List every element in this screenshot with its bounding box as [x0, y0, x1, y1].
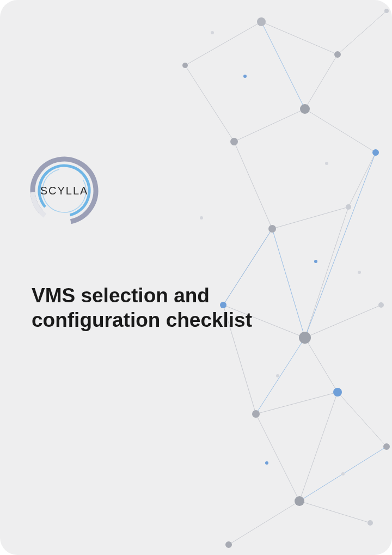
svg-point-45 — [225, 541, 232, 548]
svg-point-44 — [367, 520, 373, 526]
svg-point-54 — [265, 461, 268, 465]
svg-point-42 — [383, 443, 390, 450]
svg-line-4 — [234, 109, 305, 142]
svg-point-34 — [372, 149, 379, 156]
svg-line-18 — [256, 414, 299, 501]
svg-line-16 — [305, 338, 338, 392]
brand-name: SCYLLA — [40, 185, 89, 197]
svg-line-25 — [256, 338, 305, 414]
svg-line-6 — [305, 109, 376, 153]
svg-point-33 — [300, 104, 310, 114]
svg-point-46 — [211, 31, 214, 34]
brand-logo: SCYLLA — [26, 153, 102, 229]
svg-line-15 — [256, 392, 338, 414]
svg-line-19 — [299, 501, 370, 523]
svg-line-3 — [185, 65, 234, 142]
svg-point-53 — [314, 260, 317, 263]
svg-line-5 — [305, 54, 338, 109]
svg-line-2 — [338, 11, 387, 54]
svg-point-35 — [268, 225, 276, 233]
svg-point-36 — [346, 204, 351, 210]
svg-point-51 — [200, 216, 203, 219]
svg-point-28 — [182, 63, 188, 68]
svg-line-0 — [185, 22, 261, 65]
svg-point-30 — [334, 51, 341, 58]
svg-point-38 — [299, 332, 311, 344]
svg-point-52 — [243, 75, 247, 78]
svg-point-47 — [325, 162, 328, 165]
svg-point-39 — [378, 302, 384, 308]
svg-point-29 — [257, 17, 266, 26]
svg-point-40 — [252, 410, 260, 418]
svg-point-49 — [276, 374, 279, 377]
document-title: VMS selection and configuration checklis… — [32, 283, 282, 332]
svg-line-21 — [299, 392, 338, 501]
svg-line-1 — [261, 22, 338, 54]
svg-point-32 — [230, 138, 238, 145]
svg-point-41 — [333, 388, 342, 397]
svg-line-7 — [234, 142, 272, 229]
svg-point-48 — [358, 271, 361, 274]
svg-point-31 — [384, 9, 389, 13]
svg-line-9 — [348, 153, 376, 207]
svg-point-43 — [295, 496, 304, 506]
svg-point-50 — [341, 472, 345, 475]
svg-line-20 — [229, 501, 299, 545]
svg-line-23 — [305, 153, 376, 338]
svg-line-17 — [338, 392, 387, 447]
svg-line-13 — [305, 305, 381, 338]
document-cover: SCYLLA VMS selection and configuration c… — [0, 0, 392, 555]
svg-line-8 — [272, 207, 348, 229]
svg-line-27 — [299, 447, 387, 501]
svg-line-22 — [261, 22, 305, 109]
network-decoration — [163, 0, 392, 555]
svg-line-12 — [305, 207, 348, 338]
